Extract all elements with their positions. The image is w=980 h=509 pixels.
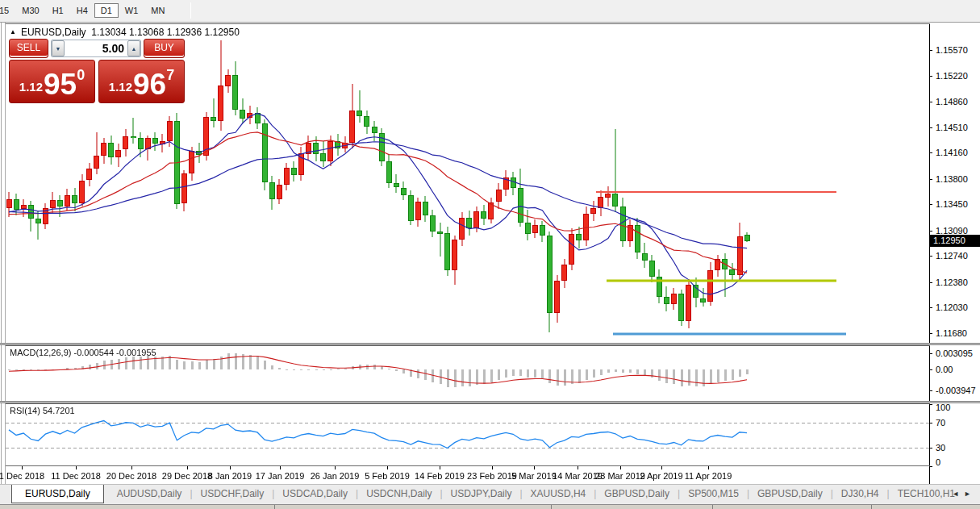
docked-panel-edge[interactable] bbox=[0, 504, 980, 509]
macd-tick-label: 0.00 bbox=[936, 365, 953, 374]
price-tick-label: 1.14160 bbox=[936, 148, 968, 157]
macd-tick-label: 0.003095 bbox=[936, 348, 973, 358]
tab-dj30-h4[interactable]: DJ30,H4 bbox=[833, 485, 887, 499]
rsi-pane-top-border bbox=[6, 403, 930, 404]
date-tick bbox=[620, 466, 621, 469]
one-click-trading-panel: SELL ▼ ▲ BUY 1.12 95 0 1.12 96 7 bbox=[9, 39, 185, 103]
rsi-tick-label: 100 bbox=[936, 403, 950, 412]
price-tick bbox=[929, 204, 932, 205]
rsi-tick-label: 70 bbox=[936, 418, 945, 428]
tf-button-h1[interactable]: H1 bbox=[46, 3, 70, 18]
price-tick-label: 1.14510 bbox=[936, 123, 968, 132]
tab-usdcnh-daily[interactable]: USDCNH,Daily bbox=[358, 485, 440, 499]
tab-sp500-m15[interactable]: SP500,M15 bbox=[680, 485, 747, 499]
macd-pane-top-border bbox=[6, 345, 930, 346]
tab-scroll-left-icon[interactable]: ◄ bbox=[952, 490, 964, 498]
price-tick bbox=[929, 256, 932, 257]
sell-price-big: 95 bbox=[44, 73, 77, 97]
date-tick bbox=[708, 466, 709, 469]
date-tick bbox=[440, 466, 440, 469]
volume-increase-button[interactable]: ▲ bbox=[127, 40, 140, 56]
sell-button[interactable]: SELL bbox=[9, 39, 48, 58]
panel-column-edge bbox=[274, 505, 275, 509]
sell-price-button[interactable]: 1.12 95 0 bbox=[9, 60, 95, 103]
tab-scroll-right-icon[interactable]: ► bbox=[964, 490, 976, 498]
date-tick-label: 26 Jan 2019 bbox=[311, 471, 360, 481]
panel-column-edge bbox=[712, 505, 713, 509]
buy-price-button[interactable]: 1.12 96 7 bbox=[98, 60, 185, 103]
panel-column-edge bbox=[871, 505, 872, 509]
tf-button-d1[interactable]: D1 bbox=[94, 3, 119, 18]
price-tick bbox=[929, 152, 932, 153]
price-tick-label: 1.12030 bbox=[936, 302, 968, 312]
window-left-edge bbox=[1, 23, 2, 484]
date-tick-label: 11 Dec 2018 bbox=[51, 471, 101, 481]
timeframe-buttons: 15M30H1H4D1W1MN bbox=[0, 2, 171, 16]
tab-xauusd-h4[interactable]: XAUUSD,H4 bbox=[523, 485, 594, 499]
date-axis-border bbox=[6, 465, 930, 466]
rsi-tick-label: 30 bbox=[936, 443, 945, 453]
date-tick-label: 23 Mar 2019 bbox=[595, 471, 645, 481]
price-tick bbox=[929, 333, 932, 334]
tab-usdjpy-daily[interactable]: USDJPY,Daily bbox=[443, 485, 520, 499]
date-tick bbox=[492, 466, 493, 469]
tab-usdchf-daily[interactable]: USDCHF,Daily bbox=[193, 485, 273, 499]
rsi-tick bbox=[929, 466, 932, 467]
price-tick bbox=[929, 50, 932, 51]
current-price-tag: 1.12950 bbox=[929, 235, 980, 247]
tf-button-m30[interactable]: M30 bbox=[15, 3, 45, 18]
date-tick-label: 11 Apr 2019 bbox=[685, 471, 732, 481]
date-tick bbox=[76, 466, 77, 469]
chart-tabs: EURUSD,DailyAUDUSD,Daily|USDCHF,Daily|US… bbox=[0, 486, 963, 499]
rsi-tick-label: 0 bbox=[936, 457, 940, 467]
buy-price-pip: 7 bbox=[166, 69, 174, 81]
price-tick-label: 1.12380 bbox=[936, 277, 968, 287]
date-tick-label: 2 Apr 2019 bbox=[640, 471, 682, 481]
date-tick bbox=[230, 466, 231, 469]
date-tick bbox=[187, 466, 188, 469]
volume-decrease-button[interactable]: ▼ bbox=[52, 40, 65, 56]
price-tick bbox=[929, 76, 932, 77]
price-tick-label: 1.15570 bbox=[936, 45, 968, 55]
collapse-triangle-icon[interactable]: ▲ bbox=[10, 28, 16, 35]
tab-audusd-daily[interactable]: AUDUSD,Daily bbox=[109, 485, 190, 499]
buy-price-prefix: 1.12 bbox=[109, 80, 132, 94]
ohlc-close: 1.12950 bbox=[204, 27, 239, 38]
price-tick bbox=[929, 179, 932, 180]
rsi-tick bbox=[929, 423, 932, 423]
price-tick bbox=[929, 231, 932, 232]
tab-eurusd-daily[interactable]: EURUSD,Daily bbox=[11, 485, 104, 503]
date-tick-label: 29 Dec 2018 bbox=[162, 471, 212, 481]
toolbar-separator bbox=[190, 2, 191, 19]
tab-gbpusd-daily[interactable]: GBPUSD,Daily bbox=[596, 485, 678, 499]
price-tick-label: 1.11680 bbox=[936, 328, 967, 338]
tf-button-15[interactable]: 15 bbox=[0, 3, 15, 18]
tf-button-mn[interactable]: MN bbox=[144, 3, 171, 18]
price-tick-label: 1.13090 bbox=[936, 226, 968, 236]
date-tick bbox=[131, 466, 132, 469]
macd-tick-label: -0.003947 bbox=[936, 386, 976, 395]
rsi-indicator-canvas[interactable] bbox=[6, 404, 929, 465]
tab-gbpusd-daily[interactable]: GBPUSD,Daily bbox=[749, 485, 831, 499]
date-tick bbox=[661, 466, 662, 469]
macd-tick bbox=[929, 390, 932, 391]
chart-title-row: ▲EURUSD,Daily 1.13034 1.13068 1.12936 1.… bbox=[10, 27, 240, 38]
tf-button-h4[interactable]: H4 bbox=[70, 3, 94, 18]
price-tick-label: 1.13800 bbox=[936, 174, 968, 184]
tf-button-w1[interactable]: W1 bbox=[119, 3, 145, 18]
price-tick bbox=[929, 102, 932, 102]
date-tick bbox=[387, 466, 388, 469]
date-tick-label: 23 Feb 2019 bbox=[467, 471, 517, 481]
tab-usdcad-daily[interactable]: USDCAD,Daily bbox=[274, 485, 356, 499]
date-tick-label: 5 Feb 2019 bbox=[365, 471, 410, 481]
date-tick bbox=[280, 466, 281, 469]
ohlc-high: 1.13068 bbox=[129, 27, 164, 38]
volume-input[interactable] bbox=[65, 40, 127, 56]
date-tick bbox=[22, 466, 23, 469]
buy-button[interactable]: BUY bbox=[144, 39, 185, 58]
date-tick-label: 8 Jan 2019 bbox=[208, 471, 252, 481]
date-tick-label: 20 Dec 2018 bbox=[106, 471, 156, 481]
price-tick bbox=[929, 282, 932, 283]
macd-tick bbox=[929, 369, 932, 370]
ohlc-low: 1.12936 bbox=[167, 27, 202, 38]
